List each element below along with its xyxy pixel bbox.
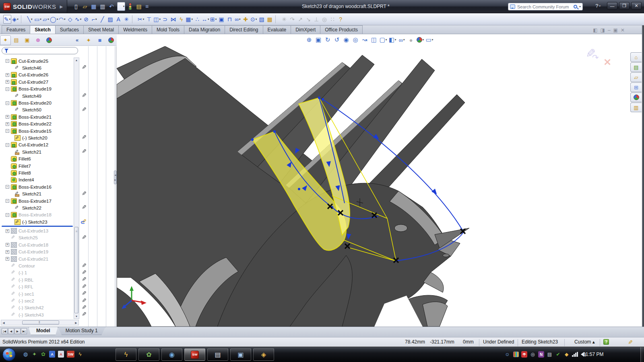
display-pane-sketch-icon[interactable]: [82, 298, 89, 304]
tree-item-cut-extrude19[interactable]: +Cut-Extrude19: [1, 249, 74, 255]
fully-define-sketch-icon[interactable]: ⊙▾: [250, 15, 258, 24]
tree-item-cut-extrude13[interactable]: +Cut-Extrude13: [1, 227, 74, 234]
configurationmanager-tab[interactable]: ▣: [22, 35, 33, 45]
tree-item-cut-extrude21[interactable]: +Cut-Extrude21: [1, 255, 74, 262]
tree-item-cut-extrude25[interactable]: −Cut-Extrude25: [1, 58, 74, 64]
expander-minus-icon[interactable]: −: [6, 101, 9, 105]
display-pane-sketch-icon[interactable]: [82, 204, 89, 211]
scroll-left-icon[interactable]: ◀: [2, 321, 5, 325]
tab-weldments[interactable]: Weldments: [118, 25, 152, 34]
dropdown-caret-icon[interactable]: ▾: [87, 5, 89, 8]
display-pane-sketch-icon[interactable]: [82, 148, 89, 155]
expander-plus-icon[interactable]: +: [6, 80, 9, 84]
tree-item---1[interactable]: (-) 1: [1, 269, 74, 276]
linear-sketch-pattern-icon[interactable]: ▦▾: [185, 15, 193, 24]
open-icon[interactable]: ▱▾: [82, 2, 90, 11]
dropdown-caret-icon[interactable]: ▾: [256, 18, 257, 21]
display-pane-sketch-icon[interactable]: [82, 290, 89, 297]
ellipse-icon[interactable]: ⊘: [82, 15, 90, 24]
taskbar-clock[interactable]: 11:57 PM: [583, 352, 603, 357]
point-snap-icon[interactable]: ✳: [280, 15, 288, 24]
restore-button[interactable]: ❐: [619, 2, 630, 10]
dropdown-caret-icon[interactable]: ▾: [192, 18, 193, 21]
propertymanager-tab[interactable]: ▤: [11, 35, 22, 45]
dropdown-caret-icon[interactable]: ▾: [80, 18, 82, 21]
tree-item-fillet8[interactable]: Fillet8: [1, 169, 74, 176]
dropdown-caret-icon[interactable]: ▾: [31, 18, 33, 21]
expander-minus-icon[interactable]: −: [6, 59, 9, 63]
dropdown-caret-icon[interactable]: ▾: [123, 5, 125, 8]
dropdown-caret-icon[interactable]: ▾: [403, 38, 405, 41]
expander-minus-icon[interactable]: −: [6, 87, 9, 91]
doc-tab-nav-1-icon[interactable]: ◀: [8, 328, 14, 334]
sketch-chamfer-icon[interactable]: ╱: [98, 15, 106, 24]
expander-plus-icon[interactable]: +: [6, 250, 9, 254]
hide-show-items-icon[interactable]: ∞▾: [398, 35, 406, 44]
display-pane-sketch-icon[interactable]: [82, 269, 89, 276]
angle-snap-icon[interactable]: ↘: [304, 15, 312, 24]
appearances-scenes-tab[interactable]: [630, 93, 642, 102]
rotate-view-icon[interactable]: ↻: [324, 35, 332, 44]
tree-item-contour[interactable]: Contour: [1, 262, 74, 269]
expander-plus-icon[interactable]: +: [6, 115, 9, 119]
expander-minus-icon[interactable]: −: [6, 143, 9, 147]
tray-network-bars-icon[interactable]: [572, 351, 578, 358]
zoom-to-fit-icon[interactable]: ▣: [314, 35, 322, 44]
solidworks-resources-tab[interactable]: ⌂: [630, 52, 642, 62]
tree-item---sketch43[interactable]: (-) Sketch43: [1, 311, 74, 318]
tab-direct-editing[interactable]: Direct Editing: [225, 25, 263, 34]
dropdown-caret-icon[interactable]: ▾: [78, 5, 80, 8]
minimize-button[interactable]: —: [607, 2, 617, 10]
tree-item-indent4[interactable]: Indent4: [1, 177, 74, 183]
pinned-lightning-button[interactable]: ϟ: [116, 348, 136, 361]
line-icon[interactable]: ╲▾: [26, 15, 34, 24]
tab-office-products[interactable]: Office Products: [320, 25, 363, 34]
options-list-icon[interactable]: ≡▾: [144, 2, 152, 11]
tree-vertical-scrollbar[interactable]: ▲ ▼: [74, 58, 79, 319]
tab-mold-tools[interactable]: Mold Tools: [152, 25, 184, 34]
tree-item-boss-extrude20[interactable]: −Boss-Extrude20: [1, 99, 74, 106]
smart-dimension-icon[interactable]: ◈▾: [11, 15, 19, 24]
doc-tab-nav-3-icon[interactable]: ▶|: [21, 328, 27, 334]
no-solve-move-icon[interactable]: ⊓: [225, 15, 233, 24]
display-pane-sketch-icon[interactable]: [82, 263, 89, 269]
pan-icon[interactable]: ⊕: [305, 35, 313, 44]
tree-item-sketch21[interactable]: Sketch21: [1, 148, 74, 155]
tree-item-fillet7[interactable]: Fillet7: [1, 162, 74, 169]
file-properties-icon[interactable]: ▤: [135, 2, 143, 11]
horizontal-scroll-thumb[interactable]: [22, 321, 59, 325]
tree-item-sketch22[interactable]: Sketch22: [1, 204, 74, 211]
tray-disc-icon[interactable]: ◎: [530, 351, 536, 358]
zoom-in-out-icon[interactable]: ◉: [342, 35, 350, 44]
text-icon[interactable]: A: [114, 15, 122, 24]
shaded-sketch-contours-icon[interactable]: ▩: [266, 15, 274, 24]
grid-snap-icon[interactable]: ∷: [328, 15, 336, 24]
rebuild-traffic-light-icon[interactable]: [126, 2, 134, 11]
doc-tab-model[interactable]: Model: [29, 327, 58, 335]
pinned-photo-viewer-button[interactable]: ▣: [230, 348, 251, 361]
tab-features[interactable]: Features: [2, 25, 30, 34]
repair-sketch-icon[interactable]: ✚: [242, 15, 250, 24]
display-pane-sketch-icon[interactable]: [82, 284, 89, 290]
dropdown-caret-icon[interactable]: ▾: [423, 38, 424, 41]
tree-item-boss-extrude22[interactable]: +Boss-Extrude22: [1, 121, 74, 128]
pinned-globe-network-button[interactable]: ◉: [161, 348, 182, 361]
tab-sketch[interactable]: Sketch: [30, 25, 55, 34]
scroll-right-icon[interactable]: ▶: [74, 321, 78, 325]
intersection-snap-icon[interactable]: ◎: [320, 15, 328, 24]
dropdown-caret-icon[interactable]: ▾: [432, 38, 433, 41]
tab-evaluate[interactable]: Evaluate: [263, 25, 291, 34]
tree-item-cut-extrude18[interactable]: +Cut-Extrude18: [1, 241, 74, 248]
tree-item-cut-extrude26[interactable]: +Cut-Extrude26: [1, 72, 74, 78]
pinned-solidworks-button[interactable]: SW: [184, 348, 205, 361]
view-palette-tab[interactable]: ⊞: [630, 82, 642, 92]
mirror-entities-icon[interactable]: ⋈: [169, 15, 177, 24]
search-input[interactable]: Search Community Forum ▾: [508, 3, 583, 10]
ql-people-icon[interactable]: ✦: [31, 351, 37, 358]
three-d-sketch-icon[interactable]: ◫▾: [153, 15, 161, 24]
tray-onenote-icon[interactable]: N: [538, 351, 544, 358]
menu-expand-arrow-icon[interactable]: ▶: [60, 4, 63, 9]
design-library-tab[interactable]: ▤: [630, 62, 642, 72]
doc-pane-right-icon[interactable]: ◨: [601, 27, 605, 33]
ql-globe-icon[interactable]: ◍: [23, 351, 29, 358]
